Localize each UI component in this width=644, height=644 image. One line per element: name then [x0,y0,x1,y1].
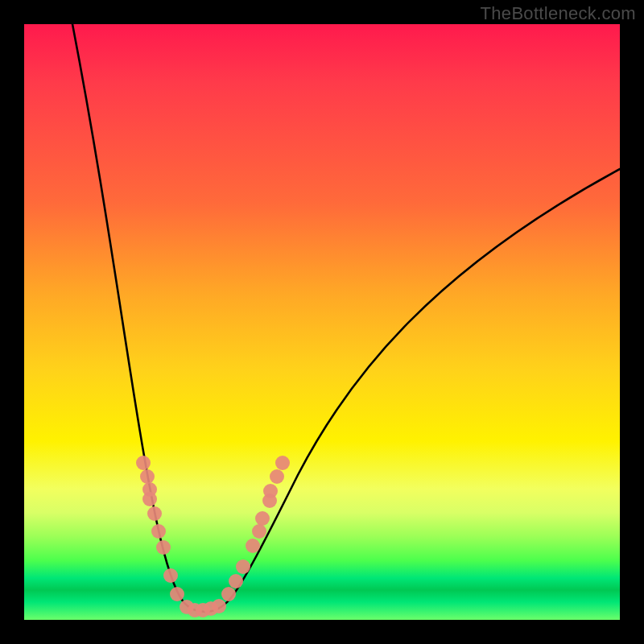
data-dot [236,559,250,574]
data-dot [246,539,260,553]
data-dot [170,587,184,601]
data-dot [212,599,226,613]
bottleneck-curve [72,24,620,612]
data-dot [147,506,162,521]
chart-svg [24,24,620,620]
data-dot [142,492,157,506]
data-dot [252,524,266,539]
data-dot [163,568,178,583]
data-dot [255,511,270,526]
data-dot [140,469,155,484]
data-dot [151,524,166,539]
data-dot [270,469,284,484]
data-dot [221,587,236,601]
plot-area [24,24,620,620]
data-dot [263,484,278,498]
data-dot [136,456,151,470]
data-dot [275,456,290,470]
watermark-text: TheBottleneck.com [481,3,636,24]
chart-frame: TheBottleneck.com [0,0,644,644]
data-dot [156,540,171,555]
data-dot [229,574,243,588]
